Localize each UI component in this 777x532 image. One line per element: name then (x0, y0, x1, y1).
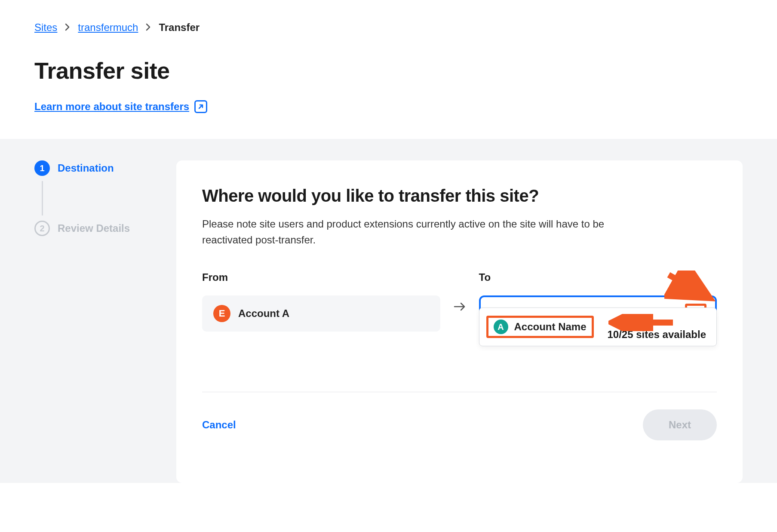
step-label: Destination (58, 162, 114, 174)
transfer-card: Where would you like to transfer this si… (176, 160, 743, 483)
from-account-avatar: E (213, 305, 230, 322)
option-avatar: A (494, 320, 508, 334)
next-button[interactable]: Next (643, 409, 717, 440)
learn-more-link[interactable]: Learn more about site transfers (34, 100, 207, 113)
destination-dropdown-panel: A Account Name 10/25 sites available (479, 308, 717, 346)
breadcrumb: Sites transfermuch Transfer (34, 22, 743, 34)
step-destination[interactable]: 1 Destination (34, 160, 155, 176)
chevron-right-icon (65, 22, 70, 34)
card-title: Where would you like to transfer this si… (202, 186, 717, 206)
chevron-right-icon (146, 22, 151, 34)
breadcrumb-sites-link[interactable]: Sites (34, 22, 57, 34)
destination-option[interactable]: A Account Name (486, 316, 594, 338)
step-number-badge: 2 (34, 221, 50, 236)
step-review-details[interactable]: 2 Review Details (34, 221, 155, 236)
arrow-right-icon (453, 271, 466, 312)
from-label: From (202, 271, 440, 283)
external-link-icon (194, 100, 207, 113)
step-number-badge: 1 (34, 160, 50, 176)
sites-available-text: 10/25 sites available (608, 329, 706, 341)
page-title: Transfer site (34, 57, 743, 84)
step-connector (42, 181, 43, 215)
from-account-box: E Account A (202, 295, 440, 332)
step-indicator: 1 Destination 2 Review Details (34, 160, 155, 483)
learn-more-label: Learn more about site transfers (34, 101, 189, 113)
cancel-button[interactable]: Cancel (202, 419, 236, 431)
to-label: To (479, 271, 717, 283)
step-label: Review Details (58, 222, 130, 234)
breadcrumb-sitename-link[interactable]: transfermuch (78, 22, 138, 34)
from-account-name: Account A (238, 308, 289, 320)
breadcrumb-current: Transfer (159, 22, 200, 34)
card-subtitle: Please note site users and product exten… (202, 216, 611, 248)
option-name: Account Name (514, 321, 587, 333)
